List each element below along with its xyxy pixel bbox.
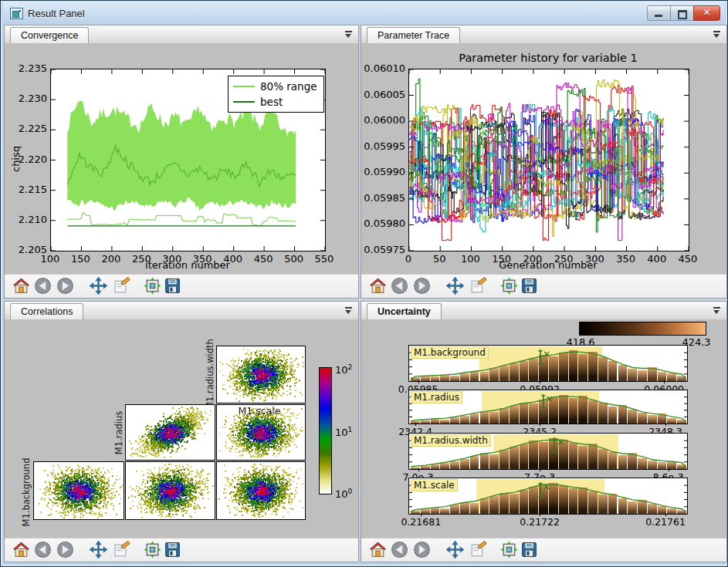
edit-icon xyxy=(113,277,130,295)
edit-button[interactable] xyxy=(469,277,487,295)
corr-cell xyxy=(33,461,124,520)
panel-convergence: Convergence chisq iteration number 80% r… xyxy=(4,25,359,299)
configure-subplots-button[interactable] xyxy=(500,541,518,559)
hist-label-M1.radius: M1.radius xyxy=(411,391,462,403)
maximize-button[interactable] xyxy=(670,5,694,21)
corr-hist2d xyxy=(217,346,305,403)
minimize-button[interactable] xyxy=(647,5,671,21)
tab-uncertainty-label: Uncertainty xyxy=(378,306,431,317)
y-tick-label: 2.220 xyxy=(12,154,47,165)
tabbar-convergence: Convergence xyxy=(5,25,358,44)
tab-list-arrow-icon[interactable] xyxy=(713,30,721,39)
hist-x-tick-label: 0.21681 xyxy=(398,516,444,528)
save-icon xyxy=(520,541,538,559)
toolbar-convergence xyxy=(5,274,358,298)
x-tick-label: 450 xyxy=(674,253,702,265)
save-button[interactable] xyxy=(520,277,538,295)
home-button[interactable] xyxy=(12,277,30,295)
minimize-icon xyxy=(655,15,662,17)
home-button[interactable] xyxy=(369,541,387,559)
forward-button[interactable] xyxy=(56,277,74,295)
home-button[interactable] xyxy=(369,277,387,295)
result-panel-window: Result Panel ✕ Convergence chisq iterati… xyxy=(0,0,728,567)
titlebar[interactable]: Result Panel ✕ xyxy=(3,2,725,25)
home-icon xyxy=(369,541,387,559)
corr-colorbar-tick-100: 102 xyxy=(335,363,352,376)
x-tick-label: 300 xyxy=(158,253,186,265)
close-icon: ✕ xyxy=(694,7,720,18)
tab-uncertainty[interactable]: Uncertainty xyxy=(367,303,442,319)
tab-parameter-trace[interactable]: Parameter Trace xyxy=(367,27,460,43)
uncertainty-colorbar xyxy=(579,322,706,336)
uncertainty-figure: 418.6 424.3 M1.background0.059850.059920… xyxy=(361,319,726,538)
tabbar-parameter-trace: Parameter Trace xyxy=(361,25,726,44)
pan-button[interactable] xyxy=(446,541,464,559)
panel-parameter-trace: Parameter Trace Parameter history for va… xyxy=(361,25,727,299)
forward-icon xyxy=(56,541,74,559)
panel-correlations: Correlations M1.radius.width M1.radius M… xyxy=(4,301,359,562)
workspace: Convergence chisq iteration number 80% r… xyxy=(3,24,725,563)
corr-hist2d xyxy=(34,462,124,519)
save-button[interactable] xyxy=(164,541,181,559)
pan-button[interactable] xyxy=(90,541,107,559)
corr-hist2d xyxy=(217,462,305,519)
edit-button[interactable] xyxy=(113,277,130,295)
edit-button[interactable] xyxy=(469,541,487,559)
back-button[interactable] xyxy=(34,541,52,559)
y-tick-label: 0.05990 xyxy=(363,166,405,177)
back-button[interactable] xyxy=(34,277,52,295)
tab-list-arrow-icon[interactable] xyxy=(344,30,353,39)
hist-label-M1.radius.width: M1.radius.width xyxy=(411,434,491,447)
corr-cell xyxy=(125,404,215,461)
toolbar-correlations xyxy=(5,538,358,562)
configure-subplots-icon xyxy=(144,277,161,295)
back-button[interactable] xyxy=(391,277,408,295)
forward-button[interactable] xyxy=(56,541,74,559)
x-tick-label: 500 xyxy=(280,253,308,265)
corr-label-background: M1.background xyxy=(21,458,32,527)
edit-icon xyxy=(113,541,130,559)
x-tick-label: 300 xyxy=(581,253,608,265)
tab-list-arrow-icon[interactable] xyxy=(344,306,353,315)
home-icon xyxy=(12,541,30,559)
save-button[interactable] xyxy=(520,541,538,559)
legend-entry-range: 80% range xyxy=(233,79,317,94)
tab-list-arrow-icon[interactable] xyxy=(713,306,721,315)
configure-subplots-icon xyxy=(144,541,161,559)
y-tick-label: 2.235 xyxy=(12,62,47,74)
pan-button[interactable] xyxy=(90,277,107,295)
pan-icon xyxy=(90,541,107,559)
configure-subplots-button[interactable] xyxy=(144,541,161,559)
uncertainty-hist-M1.radius.width: M1.radius.width xyxy=(408,433,688,470)
pan-button[interactable] xyxy=(446,277,464,295)
x-tick-label: 200 xyxy=(519,253,547,265)
corr-label-scale: M1.scale xyxy=(239,405,281,417)
save-button[interactable] xyxy=(164,277,181,295)
toolbar-uncertainty xyxy=(361,538,726,562)
trace-plot xyxy=(409,69,689,251)
convergence-figure: chisq iteration number 80% range best 10… xyxy=(5,43,358,275)
tab-correlations[interactable]: Correlations xyxy=(10,303,83,319)
forward-button[interactable] xyxy=(413,541,431,559)
edit-button[interactable] xyxy=(113,541,130,559)
y-tick-label: 2.205 xyxy=(12,244,47,255)
configure-subplots-icon xyxy=(500,541,518,559)
back-icon xyxy=(391,541,408,559)
home-icon xyxy=(369,277,387,295)
configure-subplots-button[interactable] xyxy=(144,277,161,295)
tabbar-uncertainty: Uncertainty xyxy=(361,302,726,320)
back-button[interactable] xyxy=(391,541,408,559)
x-tick-label: 350 xyxy=(612,253,640,265)
corr-hist2d xyxy=(126,462,215,519)
home-button[interactable] xyxy=(12,541,30,559)
toolbar-parameter-trace xyxy=(361,274,726,298)
tab-convergence[interactable]: Convergence xyxy=(10,27,89,43)
close-button[interactable]: ✕ xyxy=(693,5,720,21)
y-tick-label: 2.225 xyxy=(12,123,47,134)
forward-button[interactable] xyxy=(413,277,431,295)
corr-label-radius: M1.radius xyxy=(113,411,124,454)
x-tick-label: 100 xyxy=(456,253,484,265)
configure-subplots-button[interactable] xyxy=(500,277,518,295)
forward-icon xyxy=(413,277,431,295)
y-tick-label: 2.210 xyxy=(12,214,47,225)
